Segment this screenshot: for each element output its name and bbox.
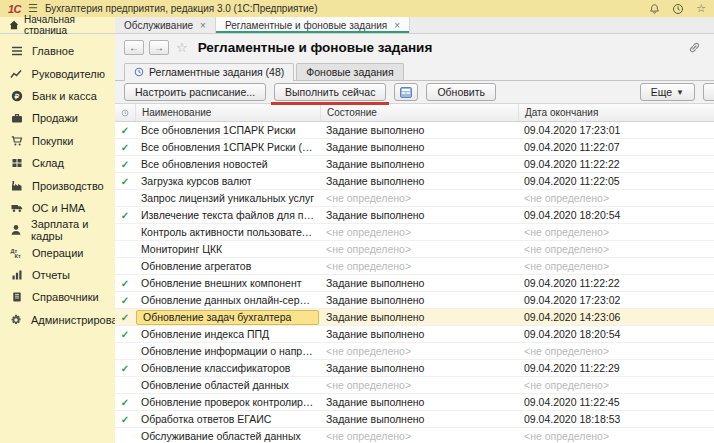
job-state-cell[interactable]: <не определено>	[320, 243, 518, 255]
table-row[interactable]: ✓Загрузка курсов валютЗадание выполнено0…	[115, 173, 714, 190]
job-name-cell[interactable]: Запрос лицензий уникальных услуг	[135, 192, 320, 204]
job-name-cell[interactable]: Обновление данных онлайн-сервисов реглам…	[135, 294, 320, 306]
job-name-cell[interactable]: Обновление проверок контролирующими орга…	[135, 396, 320, 408]
main-menu-icon[interactable]: ☰	[28, 3, 38, 14]
table-row[interactable]: ✓Обновление индекса ППДЗадание выполнено…	[115, 326, 714, 343]
table-row[interactable]: ✓Все обновления 1СПАРК Риски (Область да…	[115, 139, 714, 156]
job-name-cell[interactable]: Контроль активности пользователей	[135, 226, 320, 238]
help-button-partial[interactable]	[703, 83, 714, 101]
job-name-cell[interactable]: Извлечение текста файлов для поиска	[135, 209, 320, 221]
job-state-cell[interactable]: Задание выполнено	[320, 294, 518, 306]
table-row[interactable]: Обслуживание областей данных<не определе…	[115, 428, 714, 443]
job-state-cell[interactable]: Задание выполнено	[320, 158, 518, 170]
job-end-date-cell[interactable]: 09.04.2020 14:23:06	[518, 311, 714, 323]
job-name-cell[interactable]: Загрузка курсов валют	[135, 175, 320, 187]
job-end-date-cell[interactable]: <не определено>	[518, 379, 714, 391]
job-end-date-cell[interactable]: 09.04.2020 18:18:53	[518, 413, 714, 425]
table-row[interactable]: Обновление агрегатов<не определено><не о…	[115, 258, 714, 275]
sidebar-item-proizvodstvo[interactable]: Производство	[0, 174, 115, 196]
job-state-cell[interactable]: Задание выполнено	[320, 396, 518, 408]
table-row[interactable]: ✓Обновление классификаторовЗадание выпол…	[115, 360, 714, 377]
job-state-cell[interactable]: Задание выполнено	[320, 141, 518, 153]
column-header-end-date[interactable]: Дата окончания	[518, 104, 714, 121]
job-state-cell[interactable]: Задание выполнено	[320, 413, 518, 425]
notifications-bell-icon[interactable]	[649, 3, 660, 15]
table-row[interactable]: ✓Обновление внешних компонентЗадание вып…	[115, 275, 714, 292]
job-state-cell[interactable]: Задание выполнено	[320, 362, 518, 374]
job-state-cell[interactable]: Задание выполнено	[320, 328, 518, 340]
job-end-date-cell[interactable]: 09.04.2020 18:20:54	[518, 328, 714, 340]
sidebar-item-bank-i-kassa[interactable]: ₽Банк и касса	[0, 85, 115, 107]
refresh-button[interactable]: Обновить	[426, 83, 496, 101]
job-end-date-cell[interactable]: <не определено>	[518, 226, 714, 238]
sidebar-item-prodazhi[interactable]: Продажи	[0, 107, 115, 129]
job-state-cell[interactable]: <не определено>	[320, 345, 518, 357]
sidebar-item-spravochniki[interactable]: Справочники	[0, 286, 115, 308]
sidebar-item-glavnoe[interactable]: Главное	[0, 40, 115, 62]
job-name-cell[interactable]: Обновление классификаторов	[135, 362, 320, 374]
job-name-cell[interactable]: Обслуживание областей данных	[135, 430, 320, 442]
run-now-button[interactable]: Выполнить сейчас	[274, 83, 386, 101]
job-name-cell[interactable]: Обновление индекса ППД	[135, 328, 320, 340]
sidebar-item-administrirovanie[interactable]: Администрирование	[0, 309, 115, 331]
job-name-cell[interactable]: Обновление областей данных	[135, 379, 320, 391]
job-state-cell[interactable]: <не определено>	[320, 226, 518, 238]
table-row[interactable]: ✓Обновление данных онлайн-сервисов регла…	[115, 292, 714, 309]
sidebar-item-operacii[interactable]: ДтКтОперации	[0, 242, 115, 264]
job-end-date-cell[interactable]: <не определено>	[518, 345, 714, 357]
job-name-cell[interactable]: Все обновления новостей	[135, 158, 320, 170]
job-state-cell[interactable]: Задание выполнено	[320, 277, 518, 289]
back-button[interactable]: ←	[124, 40, 144, 55]
job-state-cell[interactable]: Задание выполнено	[320, 175, 518, 187]
get-link-icon[interactable]	[688, 41, 701, 54]
job-name-cell[interactable]: Обновление внешних компонент	[135, 277, 320, 289]
tab-home[interactable]: Начальная страница	[0, 17, 115, 33]
job-end-date-cell[interactable]: 09.04.2020 18:20:54	[518, 209, 714, 221]
table-row[interactable]: Мониторинг ЦКК<не определено><не определ…	[115, 241, 714, 258]
column-header-state[interactable]: Состояние	[320, 104, 518, 121]
favorite-toggle-star-icon[interactable]: ☆	[176, 41, 188, 54]
sidebar-item-os-i-nma[interactable]: ОС и НМА	[0, 197, 115, 219]
job-state-cell[interactable]: Задание выполнено	[320, 209, 518, 221]
sidebar-item-zarplata-i-kadry[interactable]: Зарплата и кадры	[0, 219, 115, 241]
job-end-date-cell[interactable]: 09.04.2020 11:22:29	[518, 362, 714, 374]
state-column-clock-icon[interactable]	[115, 104, 135, 121]
job-end-date-cell[interactable]: 09.04.2020 11:22:07	[518, 141, 714, 153]
more-button[interactable]: Еще ▼	[640, 83, 695, 101]
job-name-cell[interactable]: Обновление агрегатов	[135, 260, 320, 272]
sidebar-item-rukovoditelyu[interactable]: Руководителю	[0, 62, 115, 84]
job-end-date-cell[interactable]: <не определено>	[518, 192, 714, 204]
history-icon[interactable]	[672, 3, 684, 15]
schedule-view-button[interactable]	[394, 83, 418, 101]
job-state-cell[interactable]: <не определено>	[320, 430, 518, 442]
table-row[interactable]: ✓Все обновления новостейЗадание выполнен…	[115, 156, 714, 173]
close-icon[interactable]: ×	[394, 20, 400, 31]
job-state-cell[interactable]: <не определено>	[320, 260, 518, 272]
table-row[interactable]: ✓Обновление проверок контролирующими орг…	[115, 394, 714, 411]
table-row[interactable]: ✓Все обновления 1СПАРК РискиЗадание выпо…	[115, 122, 714, 139]
job-state-cell[interactable]: <не определено>	[320, 192, 518, 204]
table-row[interactable]: ✓Обработка ответов ЕГАИСЗадание выполнен…	[115, 411, 714, 428]
table-row[interactable]: Контроль активности пользователей<не опр…	[115, 224, 714, 241]
sidebar-item-otchety[interactable]: Отчеты	[0, 264, 115, 286]
table-row[interactable]: Обновление областей данных<не определено…	[115, 377, 714, 394]
job-end-date-cell[interactable]: 09.04.2020 11:22:45	[518, 396, 714, 408]
table-row[interactable]: Обновление информации о направлениях сда…	[115, 343, 714, 360]
job-name-cell[interactable]: Обновление информации о направлениях сда…	[135, 345, 320, 357]
favorites-star-icon[interactable]: ☆	[696, 3, 706, 14]
column-header-name[interactable]: Наименование	[135, 104, 320, 121]
job-state-cell[interactable]: <не определено>	[320, 379, 518, 391]
job-state-cell[interactable]: Задание выполнено	[320, 311, 518, 323]
job-end-date-cell[interactable]: 09.04.2020 17:23:02	[518, 294, 714, 306]
sidebar-item-sklad[interactable]: Склад	[0, 152, 115, 174]
tab-scheduled-jobs[interactable]: Регламентные и фоновые задания ×	[216, 17, 410, 33]
table-row[interactable]: ✓Обновление задач бухгалтераЗадание выпо…	[115, 309, 714, 326]
forward-button[interactable]: →	[149, 40, 169, 55]
job-name-cell[interactable]: Все обновления 1СПАРК Риски	[135, 124, 320, 136]
tab-scheduled[interactable]: Регламентные задания (48)	[124, 63, 294, 81]
job-state-cell[interactable]: Задание выполнено	[320, 124, 518, 136]
tab-service[interactable]: Обслуживание ×	[115, 17, 216, 33]
job-end-date-cell[interactable]: 09.04.2020 17:23:01	[518, 124, 714, 136]
job-name-cell[interactable]: Мониторинг ЦКК	[135, 243, 320, 255]
job-end-date-cell[interactable]: <не определено>	[518, 243, 714, 255]
